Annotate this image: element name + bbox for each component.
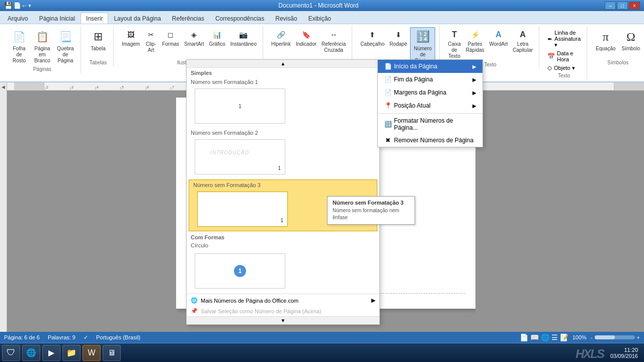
view-web-icon[interactable]: 🌐 — [541, 333, 549, 341]
btn-smartart[interactable]: ◈ SmartArt — [182, 27, 206, 49]
view-draft-icon[interactable]: 📝 — [560, 333, 569, 341]
btn-clipart[interactable]: ✂ Clip-Art — [143, 27, 159, 55]
taskbar-word-icon[interactable]: W — [83, 345, 101, 361]
zoom-control: - + — [591, 334, 640, 340]
view-outline-icon[interactable]: ☰ — [551, 333, 558, 341]
page-preview-num3: 1 — [197, 192, 288, 227]
dropdown-scroll-up[interactable]: ▲ — [187, 60, 379, 68]
tab-layout[interactable]: Layout da Página — [108, 13, 166, 24]
numero-pagina-icon: 🔢 — [415, 29, 431, 45]
inicio-pagina-icon: 📄 — [384, 62, 392, 70]
folha-rosto-label: Folha de Rosto — [11, 46, 28, 64]
btn-letra-capitular[interactable]: A LetraCapitular — [511, 27, 535, 55]
status-bar: Página: 6 de 6 Palavras: 9 ✓ Português (… — [0, 332, 644, 343]
btn-rodape[interactable]: ⬇ Rodapé — [387, 27, 409, 49]
linha-assinatura-icon: ✒ — [547, 36, 552, 43]
btn-caixa-texto[interactable]: T Caixa deTexto — [446, 27, 463, 61]
page-num2-value: 1 — [278, 165, 281, 171]
svg-text:7: 7 — [172, 85, 174, 89]
dropdown-salvar-selecao: 📌 Salvar Seleção como Número de Página (… — [187, 306, 379, 316]
tab-referencias[interactable]: Referências — [167, 13, 210, 24]
tab-arquivo[interactable]: Arquivo — [2, 13, 34, 24]
btn-tabela[interactable]: ⊞ Tabela — [87, 27, 109, 53]
spell-check-icon[interactable]: ✓ — [84, 334, 88, 341]
zoom-slider[interactable] — [595, 335, 635, 339]
pagina-branco-label: Página emBranco — [34, 46, 51, 64]
tab-pagina-inicial-vis[interactable]: Página Inicial — [34, 13, 80, 24]
dropdown-num2[interactable]: Número sem Formatação 2 INTRODUÇÃO 1 — [187, 128, 379, 178]
page-number-dropdown: ▲ Simples Número sem Formatação 1 1 Núme… — [186, 59, 380, 325]
tabela-icon: ⊞ — [90, 29, 106, 45]
taskbar-chrome-icon[interactable]: 🌐 — [22, 345, 40, 361]
btn-formas[interactable]: ◻ Formas — [160, 27, 181, 49]
submenu-inicio-pagina[interactable]: 📄 Início da Página ▶ — [378, 60, 482, 73]
btn-indicador[interactable]: 🔖 Indicador — [294, 27, 318, 49]
btn-hiperlink[interactable]: 🔗 Hiperlink — [269, 27, 293, 49]
dropdown-scroll-down[interactable]: ▼ — [187, 316, 379, 324]
btn-equacao[interactable]: π Equação — [593, 27, 618, 53]
tab-inserir[interactable]: Inserir — [80, 13, 108, 24]
taskbar-files-icon[interactable]: 📁 — [62, 345, 80, 361]
group-texto2-label: Texto — [558, 72, 570, 78]
ribbon-group-paginas: 📄 Folha de Rosto 📋 Página emBranco 📃 Que… — [4, 26, 81, 73]
btn-data-hora[interactable]: 📅 Data e Hora — [545, 50, 583, 63]
maximize-btn[interactable]: □ — [617, 2, 628, 10]
btn-quebra-pagina[interactable]: 📃 Quebra dePágina — [54, 27, 76, 65]
minimize-btn[interactable]: – — [605, 2, 616, 10]
taskbar-media-icon[interactable]: ▶ — [42, 345, 60, 361]
dropdown-divider — [187, 294, 379, 294]
btn-wordart[interactable]: A WordArt — [488, 27, 510, 49]
btn-objeto[interactable]: ◇ Objeto ▾ — [545, 64, 583, 72]
tooltip-description: Número sem formatação nem ênfase — [333, 207, 410, 221]
tooltip-title: Número sem Formatação 3 — [333, 200, 410, 206]
dropdown-num1[interactable]: Número sem Formatação 1 1 — [187, 77, 379, 128]
btn-ref-cruzada[interactable]: ↔ ReferênciaCruzada — [319, 27, 348, 55]
taskbar: 🛡 🌐 ▶ 📁 W 🖥 11:20 03/09/2016 HXLS — [0, 343, 644, 362]
partes-rapidas-icon: ⚡ — [469, 29, 481, 41]
dropdown-mais-numeros[interactable]: 🌐 Mais Números de Página do Office.com ▶ — [187, 295, 379, 306]
taskbar-security-icon[interactable]: 🛡 — [2, 345, 20, 361]
caixa-texto-icon: T — [448, 29, 460, 41]
btn-instantaneo[interactable]: 📷 Instantâneo — [228, 27, 259, 49]
btn-linha-assinatura[interactable]: ✒ Linha de Assinatura ▾ — [545, 29, 583, 49]
btn-pagina-branco[interactable]: 📋 Página emBranco — [31, 27, 53, 65]
svg-text:3: 3 — [71, 85, 73, 89]
btn-partes-rapidas[interactable]: ⚡ PartesRápidas — [464, 27, 487, 55]
tab-exibicao[interactable]: Exibição — [303, 13, 337, 24]
dropdown-circulo[interactable]: 1 — [187, 249, 379, 293]
tab-correspondencias[interactable]: Correspondências — [210, 13, 270, 24]
view-normal-icon[interactable]: 📄 — [520, 333, 528, 341]
btn-folha-rosto[interactable]: 📄 Folha de Rosto — [8, 27, 30, 65]
remover-numeros-icon: ✖ — [384, 136, 392, 144]
submenu-formatar-numeros[interactable]: 🔢 Formatar Números de Página... — [378, 115, 482, 134]
taskbar-monitor-icon[interactable]: 🖥 — [103, 345, 121, 361]
svg-text:2: 2 — [46, 85, 48, 89]
posicao-atual-icon: 📍 — [384, 102, 392, 110]
fim-pagina-icon: 📄 — [384, 75, 392, 83]
posicao-atual-arrow: ▶ — [472, 103, 476, 109]
btn-cabecalho[interactable]: ⬆ Cabeçalho — [358, 27, 386, 49]
submenu-posicao-atual[interactable]: 📍 Posição Atual ▶ — [378, 99, 482, 112]
zoom-out-btn[interactable]: - — [591, 334, 593, 340]
btn-simbolo[interactable]: Ω Símbolo — [619, 27, 643, 53]
language[interactable]: Português (Brasil) — [96, 334, 140, 340]
page-preview-circulo: 1 — [195, 253, 285, 289]
rodape-icon: ⬇ — [392, 29, 405, 41]
submenu-margens-pagina[interactable]: 📄 Margens da Página ▶ — [378, 86, 482, 99]
submenu-remover-numeros[interactable]: ✖ Remover Números de Página — [378, 134, 482, 147]
btn-imagem[interactable]: 🖼 Imagem — [120, 27, 142, 49]
close-btn[interactable]: × — [629, 2, 640, 10]
btn-grafico[interactable]: 📊 Gráfico — [207, 27, 227, 49]
instantaneo-icon: 📷 — [237, 29, 250, 41]
ref-cruzada-icon: ↔ — [328, 29, 340, 41]
formatar-numeros-icon: 🔢 — [384, 120, 392, 128]
tab-revisao[interactable]: Revisão — [270, 13, 302, 24]
left-btn-1[interactable]: ◀ — [0, 83, 7, 90]
clipart-icon: ✂ — [145, 29, 157, 41]
view-reading-icon[interactable]: 📖 — [530, 333, 539, 341]
submenu-fim-pagina[interactable]: 📄 Fim da Página ▶ — [378, 73, 482, 86]
margens-pagina-arrow: ▶ — [472, 90, 476, 96]
page-number-submenu: 📄 Início da Página ▶ 📄 Fim da Página ▶ 📄… — [377, 59, 483, 147]
hiperlink-icon: 🔗 — [275, 29, 287, 41]
zoom-in-btn[interactable]: + — [637, 334, 640, 340]
